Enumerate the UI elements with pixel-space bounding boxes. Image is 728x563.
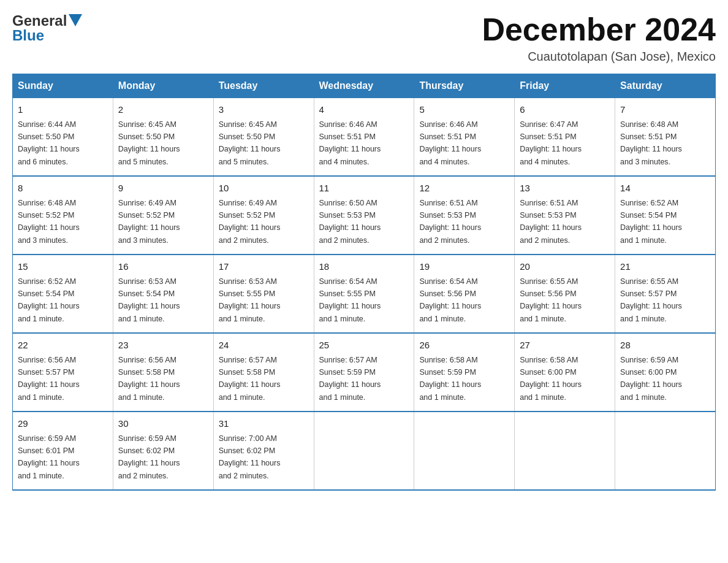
day-info: Sunrise: 6:58 AMSunset: 5:59 PMDaylight:… bbox=[419, 356, 481, 402]
day-info: Sunrise: 6:55 AMSunset: 5:57 PMDaylight:… bbox=[620, 277, 682, 323]
day-info: Sunrise: 6:45 AMSunset: 5:50 PMDaylight:… bbox=[219, 120, 281, 166]
week-row-5: 29Sunrise: 6:59 AMSunset: 6:01 PMDayligh… bbox=[13, 412, 716, 490]
day-cell: 24Sunrise: 6:57 AMSunset: 5:58 PMDayligh… bbox=[213, 333, 314, 412]
day-number: 20 bbox=[520, 260, 610, 274]
day-number: 17 bbox=[219, 260, 309, 274]
header-cell-monday: Monday bbox=[113, 74, 213, 98]
day-cell: 12Sunrise: 6:51 AMSunset: 5:53 PMDayligh… bbox=[414, 176, 515, 255]
header-row: SundayMondayTuesdayWednesdayThursdayFrid… bbox=[13, 74, 716, 98]
day-info: Sunrise: 6:52 AMSunset: 5:54 PMDaylight:… bbox=[620, 199, 682, 245]
day-number: 28 bbox=[620, 339, 710, 353]
day-number: 3 bbox=[219, 103, 309, 117]
day-cell: 22Sunrise: 6:56 AMSunset: 5:57 PMDayligh… bbox=[13, 333, 113, 412]
day-cell: 13Sunrise: 6:51 AMSunset: 5:53 PMDayligh… bbox=[515, 176, 615, 255]
day-cell: 1Sunrise: 6:44 AMSunset: 5:50 PMDaylight… bbox=[13, 98, 113, 177]
day-cell: 26Sunrise: 6:58 AMSunset: 5:59 PMDayligh… bbox=[414, 333, 515, 412]
title-block: December 2024 Cuautotolapan (San Jose), … bbox=[482, 12, 716, 64]
day-cell: 11Sunrise: 6:50 AMSunset: 5:53 PMDayligh… bbox=[314, 176, 414, 255]
day-cell: 28Sunrise: 6:59 AMSunset: 6:00 PMDayligh… bbox=[615, 333, 716, 412]
day-number: 29 bbox=[18, 417, 108, 431]
logo: General Blue bbox=[12, 12, 82, 44]
day-number: 4 bbox=[319, 103, 409, 117]
day-number: 19 bbox=[419, 260, 509, 274]
day-cell: 8Sunrise: 6:48 AMSunset: 5:52 PMDaylight… bbox=[13, 176, 113, 255]
day-number: 30 bbox=[118, 417, 208, 431]
day-number: 25 bbox=[319, 339, 409, 353]
day-number: 7 bbox=[620, 103, 710, 117]
header-cell-friday: Friday bbox=[515, 74, 615, 98]
day-cell: 15Sunrise: 6:52 AMSunset: 5:54 PMDayligh… bbox=[13, 255, 113, 333]
day-number: 5 bbox=[419, 103, 509, 117]
header-cell-saturday: Saturday bbox=[615, 74, 716, 98]
day-info: Sunrise: 6:51 AMSunset: 5:53 PMDaylight:… bbox=[520, 199, 582, 245]
day-cell: 29Sunrise: 6:59 AMSunset: 6:01 PMDayligh… bbox=[13, 412, 113, 490]
day-cell: 6Sunrise: 6:47 AMSunset: 5:51 PMDaylight… bbox=[515, 98, 615, 177]
day-info: Sunrise: 6:57 AMSunset: 5:58 PMDaylight:… bbox=[219, 356, 281, 402]
day-info: Sunrise: 6:57 AMSunset: 5:59 PMDaylight:… bbox=[319, 356, 381, 402]
day-info: Sunrise: 6:53 AMSunset: 5:54 PMDaylight:… bbox=[118, 277, 180, 323]
day-cell: 17Sunrise: 6:53 AMSunset: 5:55 PMDayligh… bbox=[213, 255, 314, 333]
day-number: 27 bbox=[520, 339, 610, 353]
day-info: Sunrise: 7:00 AMSunset: 6:02 PMDaylight:… bbox=[219, 434, 281, 480]
week-row-1: 1Sunrise: 6:44 AMSunset: 5:50 PMDaylight… bbox=[13, 98, 716, 177]
day-cell: 19Sunrise: 6:54 AMSunset: 5:56 PMDayligh… bbox=[414, 255, 515, 333]
day-number: 9 bbox=[118, 182, 208, 196]
day-number: 2 bbox=[118, 103, 208, 117]
day-info: Sunrise: 6:49 AMSunset: 5:52 PMDaylight:… bbox=[219, 199, 281, 245]
day-number: 23 bbox=[118, 339, 208, 353]
day-number: 31 bbox=[219, 417, 309, 431]
day-info: Sunrise: 6:45 AMSunset: 5:50 PMDaylight:… bbox=[118, 120, 180, 166]
day-info: Sunrise: 6:58 AMSunset: 6:00 PMDaylight:… bbox=[520, 356, 582, 402]
location-subtitle: Cuautotolapan (San Jose), Mexico bbox=[482, 50, 716, 64]
day-cell bbox=[414, 412, 515, 490]
day-number: 10 bbox=[219, 182, 309, 196]
day-info: Sunrise: 6:59 AMSunset: 6:00 PMDaylight:… bbox=[620, 356, 682, 402]
day-info: Sunrise: 6:51 AMSunset: 5:53 PMDaylight:… bbox=[419, 199, 481, 245]
day-cell bbox=[515, 412, 615, 490]
day-info: Sunrise: 6:52 AMSunset: 5:54 PMDaylight:… bbox=[18, 277, 80, 323]
day-number: 13 bbox=[520, 182, 610, 196]
day-number: 18 bbox=[319, 260, 409, 274]
day-info: Sunrise: 6:46 AMSunset: 5:51 PMDaylight:… bbox=[319, 120, 381, 166]
day-number: 14 bbox=[620, 182, 710, 196]
day-info: Sunrise: 6:56 AMSunset: 5:58 PMDaylight:… bbox=[118, 356, 180, 402]
day-cell: 9Sunrise: 6:49 AMSunset: 5:52 PMDaylight… bbox=[113, 176, 213, 255]
logo-blue: Blue bbox=[12, 27, 44, 44]
day-info: Sunrise: 6:56 AMSunset: 5:57 PMDaylight:… bbox=[18, 356, 80, 402]
day-cell bbox=[314, 412, 414, 490]
page-header: General Blue December 2024 Cuautotolapan… bbox=[12, 12, 716, 64]
day-number: 6 bbox=[520, 103, 610, 117]
week-row-2: 8Sunrise: 6:48 AMSunset: 5:52 PMDaylight… bbox=[13, 176, 716, 255]
day-info: Sunrise: 6:47 AMSunset: 5:51 PMDaylight:… bbox=[520, 120, 582, 166]
day-cell: 5Sunrise: 6:46 AMSunset: 5:51 PMDaylight… bbox=[414, 98, 515, 177]
day-cell: 27Sunrise: 6:58 AMSunset: 6:00 PMDayligh… bbox=[515, 333, 615, 412]
day-info: Sunrise: 6:48 AMSunset: 5:51 PMDaylight:… bbox=[620, 120, 682, 166]
header-cell-sunday: Sunday bbox=[13, 74, 113, 98]
day-cell: 3Sunrise: 6:45 AMSunset: 5:50 PMDaylight… bbox=[213, 98, 314, 177]
day-info: Sunrise: 6:59 AMSunset: 6:02 PMDaylight:… bbox=[118, 434, 180, 480]
day-cell: 14Sunrise: 6:52 AMSunset: 5:54 PMDayligh… bbox=[615, 176, 716, 255]
week-row-4: 22Sunrise: 6:56 AMSunset: 5:57 PMDayligh… bbox=[13, 333, 716, 412]
day-info: Sunrise: 6:44 AMSunset: 5:50 PMDaylight:… bbox=[18, 120, 80, 166]
day-number: 22 bbox=[18, 339, 108, 353]
day-cell: 25Sunrise: 6:57 AMSunset: 5:59 PMDayligh… bbox=[314, 333, 414, 412]
day-info: Sunrise: 6:48 AMSunset: 5:52 PMDaylight:… bbox=[18, 199, 80, 245]
day-cell: 7Sunrise: 6:48 AMSunset: 5:51 PMDaylight… bbox=[615, 98, 716, 177]
week-row-3: 15Sunrise: 6:52 AMSunset: 5:54 PMDayligh… bbox=[13, 255, 716, 333]
day-number: 24 bbox=[219, 339, 309, 353]
day-info: Sunrise: 6:55 AMSunset: 5:56 PMDaylight:… bbox=[520, 277, 582, 323]
day-cell: 4Sunrise: 6:46 AMSunset: 5:51 PMDaylight… bbox=[314, 98, 414, 177]
day-info: Sunrise: 6:59 AMSunset: 6:01 PMDaylight:… bbox=[18, 434, 80, 480]
day-info: Sunrise: 6:50 AMSunset: 5:53 PMDaylight:… bbox=[319, 199, 381, 245]
day-number: 8 bbox=[18, 182, 108, 196]
day-cell: 2Sunrise: 6:45 AMSunset: 5:50 PMDaylight… bbox=[113, 98, 213, 177]
svg-marker-0 bbox=[69, 14, 82, 26]
day-number: 26 bbox=[419, 339, 509, 353]
day-cell bbox=[615, 412, 716, 490]
day-cell: 16Sunrise: 6:53 AMSunset: 5:54 PMDayligh… bbox=[113, 255, 213, 333]
day-number: 15 bbox=[18, 260, 108, 274]
day-cell: 30Sunrise: 6:59 AMSunset: 6:02 PMDayligh… bbox=[113, 412, 213, 490]
header-cell-tuesday: Tuesday bbox=[213, 74, 314, 98]
month-year-title: December 2024 bbox=[482, 12, 716, 47]
day-info: Sunrise: 6:46 AMSunset: 5:51 PMDaylight:… bbox=[419, 120, 481, 166]
